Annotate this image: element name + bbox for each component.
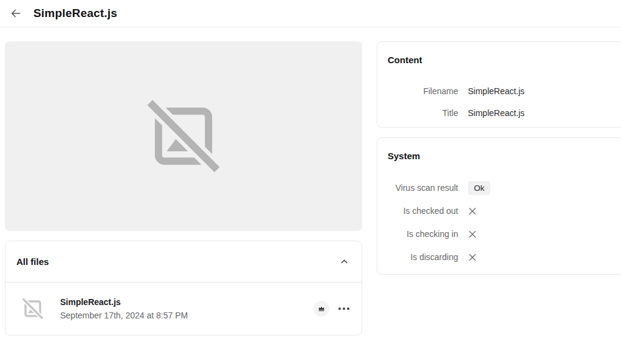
property-label: Is discarding — [377, 252, 458, 262]
crown-badge — [314, 301, 329, 317]
property-row-virus-scan: Virus scan result Ok — [377, 176, 621, 199]
left-column: All files — [5, 41, 362, 335]
property-label: Is checking in — [377, 229, 458, 239]
property-value: SimpleReact.js — [468, 86, 524, 96]
all-files-header: All files — [5, 241, 362, 283]
content-fields: Filename SimpleReact.js Title SimpleReac… — [377, 80, 621, 124]
system-fields: Virus scan result Ok Is checked out Is c… — [377, 176, 621, 269]
property-row-checking-in: Is checking in — [377, 222, 621, 246]
all-files-heading: All files — [16, 256, 49, 267]
file-date: September 17th, 2024 at 8:57 PM — [60, 311, 314, 320]
status-badge: Ok — [468, 181, 490, 195]
page-header: SimpleReact.js — [0, 0, 621, 27]
collapse-button[interactable] — [338, 256, 350, 267]
right-column: Content Filename SimpleReact.js Title Si… — [377, 41, 621, 335]
main-content: All files — [0, 27, 621, 335]
broken-image-icon — [21, 297, 44, 320]
property-label: Virus scan result — [377, 183, 458, 193]
property-row-filename: Filename SimpleReact.js — [377, 80, 621, 102]
content-heading: Content — [388, 55, 621, 65]
property-label: Is checked out — [377, 206, 458, 216]
x-mark-icon — [468, 207, 477, 216]
crown-icon — [317, 304, 326, 313]
file-name: SimpleReact.js — [60, 297, 314, 307]
file-meta: SimpleReact.js September 17th, 2024 at 8… — [60, 297, 314, 320]
ellipsis-icon — [338, 307, 349, 310]
file-list-item[interactable]: SimpleReact.js September 17th, 2024 at 8… — [5, 283, 362, 335]
media-preview — [5, 41, 362, 231]
chevron-up-icon — [340, 257, 349, 266]
system-heading: System — [388, 151, 621, 161]
page-title: SimpleReact.js — [33, 7, 117, 20]
file-options-button[interactable] — [337, 304, 351, 314]
system-panel: System Virus scan result Ok Is checked o… — [377, 137, 621, 275]
property-row-checked-out: Is checked out — [377, 199, 621, 222]
file-row-actions — [314, 301, 351, 317]
broken-image-icon — [144, 97, 223, 176]
property-row-discarding: Is discarding — [377, 246, 621, 269]
x-mark-icon — [468, 230, 477, 239]
property-label: Filename — [377, 86, 458, 96]
arrow-left-icon — [10, 7, 22, 19]
x-mark-icon — [468, 253, 477, 262]
content-panel: Content Filename SimpleReact.js Title Si… — [377, 41, 621, 128]
property-value: SimpleReact.js — [468, 108, 524, 118]
all-files-panel: All files — [5, 241, 362, 335]
back-button[interactable] — [9, 6, 23, 21]
property-label: Title — [377, 108, 458, 118]
property-row-title: Title SimpleReact.js — [377, 102, 621, 124]
